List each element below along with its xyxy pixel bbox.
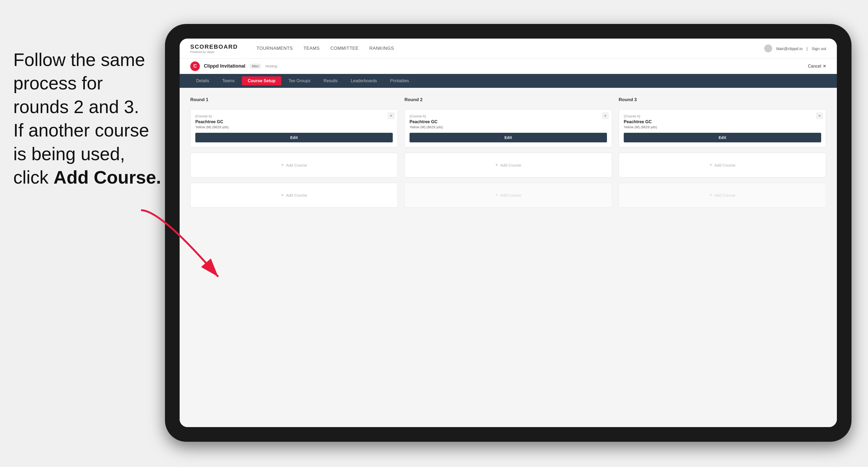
round-2-column: Round 2 ✕ (Course A) Peachtree GC Yellow… [404,97,612,208]
pipe-separator: | [807,46,808,51]
round-1-course-card: ✕ (Course A) Peachtree GC Yellow (M) (66… [190,109,398,148]
round-3-plus-icon-2: + [709,192,712,198]
hosting-badge: Hosting [265,64,277,68]
tab-printables[interactable]: Printables [384,76,415,86]
rounds-grid: Round 1 ✕ (Course A) Peachtree GC Yellow… [190,97,826,208]
round-2-header: Round 2 [404,97,612,102]
tab-details[interactable]: Details [190,76,215,86]
round-2-add-course-label-1: Add Course [500,163,521,167]
round-2-plus-icon-1: + [495,162,498,168]
nav-tournaments[interactable]: TOURNAMENTS [256,46,293,51]
round-2-add-course-1[interactable]: + Add Course [404,153,612,178]
round-1-plus-icon-1: + [281,162,284,168]
tournament-name: Clippd Invitational [204,63,245,69]
round-1-column: Round 1 ✕ (Course A) Peachtree GC Yellow… [190,97,398,208]
clippd-logo: C [190,61,200,71]
top-navigation: SCOREBOARD Powered by clippd TOURNAMENTS… [180,39,837,59]
instruction-text: Follow the same process for rounds 2 and… [0,37,192,199]
round-3-course-name: Peachtree GC [624,120,821,124]
round-3-add-course-label-1: Add Course [714,163,736,167]
round-1-course-details: Yellow (M) (6629 yds) [195,125,393,129]
tab-teams[interactable]: Teams [216,76,241,86]
tab-results[interactable]: Results [318,76,344,86]
round-3-header: Round 3 [619,97,826,102]
tournament-bar: C Clippd Invitational Men Hosting Cancel… [180,59,837,74]
sign-out-link[interactable]: Sign out [812,46,826,51]
cancel-x-icon: ✕ [823,64,826,69]
nav-links: TOURNAMENTS TEAMS COMMITTEE RANKINGS [256,46,751,51]
tab-leaderboards[interactable]: Leaderboards [345,76,383,86]
round-1-add-course-label-2: Add Course [286,193,307,197]
round-3-course-details: Yellow (M) (6629 yds) [624,125,821,129]
round-3-add-course-1[interactable]: + Add Course [619,153,826,178]
round-3-plus-icon-1: + [709,162,712,168]
tab-course-setup[interactable]: Course Setup [242,76,281,86]
round-2-plus-icon-2: + [495,192,498,198]
round-3-course-label: (Course A) [624,114,821,118]
main-content: Round 1 ✕ (Course A) Peachtree GC Yellow… [180,88,837,427]
round-1-add-course-label-1: Add Course [286,163,307,167]
round-3-close-icon[interactable]: ✕ [816,113,823,119]
round-3-add-course-2[interactable]: + Add Course [619,183,826,208]
brand-logo: SCOREBOARD Powered by clippd [190,43,238,54]
brand-name: SCOREBOARD [190,43,238,50]
nav-committee[interactable]: COMMITTEE [330,46,359,51]
tablet-device: SCOREBOARD Powered by clippd TOURNAMENTS… [165,24,851,442]
round-1-plus-icon-2: + [281,192,284,198]
round-2-course-name: Peachtree GC [409,120,607,124]
round-1-add-course-2[interactable]: + Add Course [190,183,398,208]
round-2-course-card: ✕ (Course A) Peachtree GC Yellow (M) (66… [404,109,612,148]
round-3-course-card: ✕ (Course A) Peachtree GC Yellow (M) (66… [619,109,826,148]
cancel-button[interactable]: Cancel ✕ [808,64,826,69]
round-2-add-course-label-2: Add Course [500,193,521,197]
tournament-badge: Men [249,64,261,69]
round-2-add-course-2[interactable]: + Add Course [404,183,612,208]
round-1-course-label: (Course A) [195,114,393,118]
tablet-screen: SCOREBOARD Powered by clippd TOURNAMENTS… [180,39,837,427]
user-email: blair@clippd.io [776,46,803,51]
brand-sub: Powered by clippd [190,50,238,54]
tournament-info: C Clippd Invitational Men Hosting [190,61,277,71]
round-2-close-icon[interactable]: ✕ [602,113,609,119]
round-3-column: Round 3 ✕ (Course A) Peachtree GC Yellow… [619,97,826,208]
nav-teams[interactable]: TEAMS [303,46,319,51]
user-avatar [764,44,772,53]
nav-rankings[interactable]: RANKINGS [369,46,394,51]
round-3-add-course-label-2: Add Course [714,193,736,197]
round-2-course-label: (Course A) [409,114,607,118]
round-2-course-details: Yellow (M) (6629 yds) [409,125,607,129]
round-3-edit-button[interactable]: Edit [624,133,821,143]
tab-tee-groups[interactable]: Tee Groups [283,76,316,86]
round-1-add-course-1[interactable]: + Add Course [190,153,398,178]
tab-bar: Details Teams Course Setup Tee Groups Re… [180,74,837,88]
round-1-edit-button[interactable]: Edit [195,133,393,143]
round-2-edit-button[interactable]: Edit [409,133,607,143]
round-1-close-icon[interactable]: ✕ [388,113,394,119]
round-1-header: Round 1 [190,97,398,102]
user-area: blair@clippd.io | Sign out [764,44,826,53]
round-1-course-name: Peachtree GC [195,120,393,124]
